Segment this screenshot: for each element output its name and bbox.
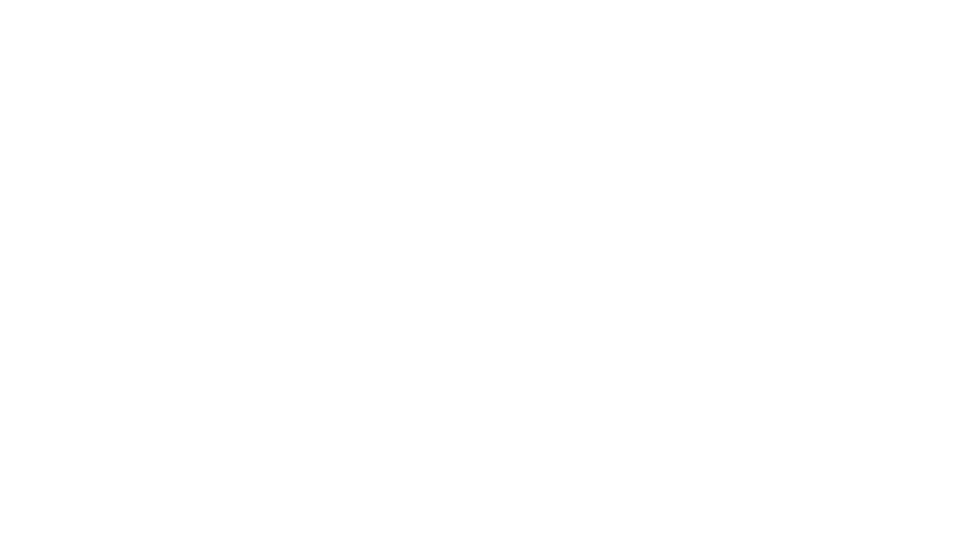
figure xyxy=(0,0,980,539)
dose-forecast-chart-canvas xyxy=(0,0,980,539)
